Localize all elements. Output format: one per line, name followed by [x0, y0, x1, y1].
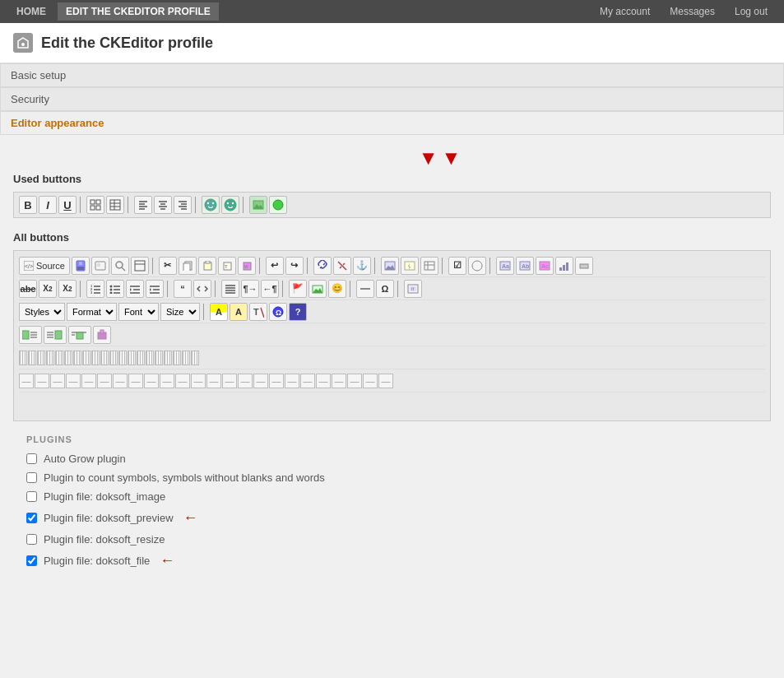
- drag-8[interactable]: [82, 351, 90, 365]
- plugin-doksoft-file-checkbox[interactable]: [26, 555, 37, 566]
- btn-align-right[interactable]: [174, 196, 192, 214]
- drag-13[interactable]: [128, 351, 136, 365]
- btn-table[interactable]: [86, 196, 104, 214]
- btn-paste-word[interactable]: W: [238, 257, 256, 275]
- btn-justify-full[interactable]: [221, 280, 239, 298]
- dash-4[interactable]: —: [66, 374, 81, 388]
- drag-7[interactable]: [73, 351, 81, 365]
- drag-4[interactable]: [46, 351, 54, 365]
- btn-image2[interactable]: [308, 280, 327, 298]
- drag-9[interactable]: [91, 351, 100, 365]
- dash-16[interactable]: —: [253, 374, 268, 388]
- btn-align-center[interactable]: [154, 196, 172, 214]
- drag-16[interactable]: [155, 351, 163, 365]
- nav-logout[interactable]: Log out: [726, 2, 776, 21]
- btn-underline[interactable]: U: [58, 196, 77, 214]
- btn-subscript[interactable]: X2: [39, 280, 57, 298]
- dash-24[interactable]: —: [378, 374, 393, 388]
- drag-6[interactable]: [64, 351, 72, 365]
- drag-11[interactable]: [109, 351, 118, 365]
- dash-8[interactable]: —: [128, 374, 143, 388]
- btn-checkbox[interactable]: ☑: [448, 257, 466, 275]
- btn-chart[interactable]: [555, 257, 573, 275]
- dash-7[interactable]: —: [113, 374, 128, 388]
- btn-code[interactable]: [193, 280, 211, 298]
- btn-undo[interactable]: ↩: [266, 257, 284, 275]
- btn-indent-increase[interactable]: [146, 280, 164, 298]
- btn-about[interactable]: ?: [289, 303, 307, 321]
- drag-18[interactable]: [173, 351, 181, 365]
- drag-15[interactable]: [146, 351, 154, 365]
- dash-6[interactable]: —: [97, 374, 112, 388]
- dash-5[interactable]: —: [81, 374, 96, 388]
- btn-circle-green[interactable]: [269, 196, 287, 214]
- btn-imgblock3[interactable]: [68, 326, 91, 344]
- plugin-doksoft-file-label[interactable]: Plugin file: doksoft_file: [44, 555, 150, 567]
- btn-strikethrough[interactable]: abc: [19, 280, 37, 298]
- btn-font-color[interactable]: A: [210, 303, 228, 321]
- select-font[interactable]: Font: [118, 303, 159, 321]
- btn-imgblock2[interactable]: [44, 326, 67, 344]
- nav-my-account[interactable]: My account: [591, 2, 658, 21]
- plugin-count-symbols-checkbox[interactable]: [26, 472, 37, 483]
- btn-unlink[interactable]: [333, 257, 351, 275]
- btn-superscript[interactable]: X2: [58, 280, 77, 298]
- btn-flash[interactable]: [401, 257, 419, 275]
- btn-smile[interactable]: 😊: [328, 280, 346, 298]
- section-editor-appearance[interactable]: Editor appearance: [0, 111, 784, 135]
- plugin-doksoft-preview-checkbox[interactable]: [26, 513, 37, 523]
- btn-hr[interactable]: [356, 280, 374, 298]
- btn-rtl[interactable]: ¶→: [241, 280, 259, 298]
- btn-bg-color[interactable]: A: [230, 303, 248, 321]
- btn-form2[interactable]: Ab: [516, 257, 534, 275]
- dash-20[interactable]: —: [316, 374, 331, 388]
- btn-preview[interactable]: [91, 257, 109, 275]
- btn-quote[interactable]: “: [174, 280, 192, 298]
- select-size[interactable]: Size: [160, 303, 200, 321]
- nav-home[interactable]: HOME: [8, 2, 54, 21]
- btn-align-left[interactable]: [134, 196, 152, 214]
- btn-link[interactable]: [313, 257, 332, 275]
- plugin-doksoft-preview-label[interactable]: Plugin file: doksoft_preview: [44, 512, 174, 524]
- dash-19[interactable]: —: [300, 374, 315, 388]
- section-security[interactable]: Security: [0, 87, 784, 111]
- dash-1[interactable]: —: [19, 374, 34, 388]
- drag-17[interactable]: [164, 351, 172, 365]
- nav-edit[interactable]: EDIT THE CKEDITOR PROFILE: [58, 2, 219, 21]
- drag-20[interactable]: [191, 351, 199, 365]
- plugin-autogrow-label[interactable]: Auto Grow plugin: [44, 453, 126, 465]
- btn-iframe[interactable]: if: [404, 280, 422, 298]
- dash-2[interactable]: —: [35, 374, 49, 388]
- btn-paste[interactable]: [198, 257, 216, 275]
- dash-3[interactable]: —: [50, 374, 65, 388]
- btn-ltr[interactable]: ←¶: [261, 280, 279, 298]
- btn-more[interactable]: [575, 257, 593, 275]
- btn-img1[interactable]: [249, 196, 267, 214]
- btn-indent-decrease[interactable]: [126, 280, 144, 298]
- btn-anchor[interactable]: ⚓: [353, 257, 371, 275]
- btn-italic[interactable]: I: [39, 196, 57, 214]
- dash-21[interactable]: —: [332, 374, 346, 388]
- btn-omega[interactable]: Ω: [376, 280, 394, 298]
- btn-redo[interactable]: ↪: [285, 257, 304, 275]
- plugin-count-symbols-label[interactable]: Plugin to count symbols, symbols without…: [44, 471, 325, 484]
- dash-12[interactable]: —: [191, 374, 206, 388]
- dash-17[interactable]: —: [269, 374, 284, 388]
- drag-1[interactable]: [19, 351, 27, 365]
- btn-smiley2[interactable]: [221, 196, 239, 214]
- dash-15[interactable]: —: [238, 374, 253, 388]
- select-format[interactable]: Format: [67, 303, 117, 321]
- btn-smiley1[interactable]: [202, 196, 220, 214]
- btn-table4[interactable]: [420, 257, 438, 275]
- dash-14[interactable]: —: [222, 374, 237, 388]
- section-basic-setup[interactable]: Basic setup: [0, 63, 784, 87]
- btn-form3[interactable]: Ac: [536, 257, 554, 275]
- btn-source[interactable]: </> Source: [19, 257, 70, 275]
- plugin-doksoft-image-checkbox[interactable]: [26, 491, 37, 502]
- plugin-doksoft-image-label[interactable]: Plugin file: doksoft_image: [44, 490, 165, 503]
- btn-ol[interactable]: 123: [86, 280, 104, 298]
- drag-14[interactable]: [137, 351, 145, 365]
- btn-flag[interactable]: 🚩: [289, 280, 307, 298]
- drag-2[interactable]: [28, 351, 36, 365]
- btn-paste-text[interactable]: T: [218, 257, 236, 275]
